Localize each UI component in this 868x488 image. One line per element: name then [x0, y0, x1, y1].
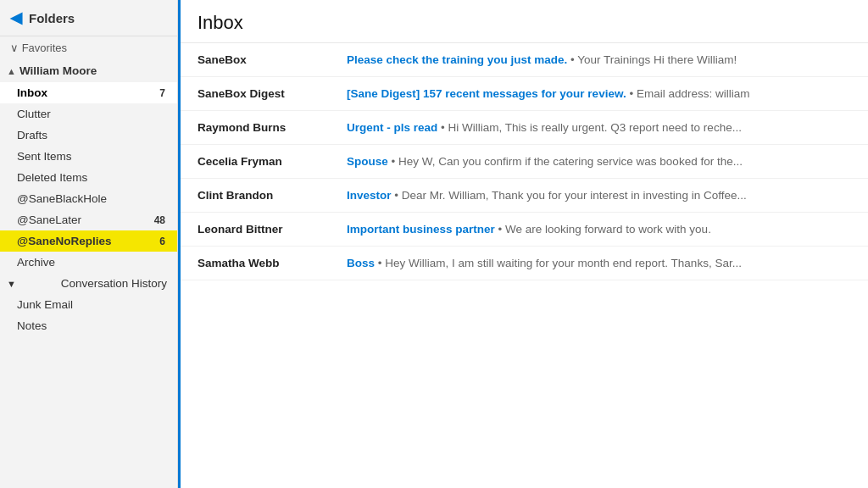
sidebar-item-sane-no-replies[interactable]: @SaneNoReplies6	[0, 230, 177, 252]
sidebar-item-label-archive: Archive	[17, 256, 55, 269]
email-row-1[interactable]: SaneBox Digest[Sane Digest] 157 recent m…	[181, 77, 868, 111]
email-preview-2: Urgent - pls read • Hi William, This is …	[347, 121, 851, 134]
email-body-2: • Hi William, This is really urgent. Q3 …	[437, 121, 742, 134]
email-preview-3: Spouse • Hey W, Can you confirm if the c…	[347, 155, 851, 168]
sidebar-item-inbox[interactable]: Inbox7	[0, 82, 177, 103]
email-tag-0: Please check the training you just made.	[347, 53, 567, 66]
sidebar-item-label-clutter: Clutter	[17, 108, 51, 120]
email-row-3[interactable]: Cecelia FrymanSpouse • Hey W, Can you co…	[181, 145, 868, 179]
sidebar-item-label-sane-black-hole: @SaneBlackHole	[17, 192, 107, 205]
account-expand-icon: ▲	[7, 66, 16, 76]
sidebar-item-label-deleted-items: Deleted Items	[17, 171, 87, 184]
email-sender-6: Samatha Webb	[198, 257, 333, 269]
favorites-label[interactable]: ∨ Favorites	[0, 36, 177, 59]
email-sender-1: SaneBox Digest	[198, 87, 333, 100]
sidebar: ◀ Folders ∨ Favorites ▲ William Moore In…	[0, 0, 178, 488]
email-sender-2: Raymond Burns	[198, 121, 333, 134]
sidebar-item-archive[interactable]: Archive	[0, 252, 177, 273]
email-tag-5: Important business partner	[347, 223, 495, 236]
email-sender-0: SaneBox	[198, 53, 333, 66]
sidebar-item-sane-black-hole[interactable]: @SaneBlackHole	[0, 188, 177, 209]
email-row-0[interactable]: SaneBoxPlease check the training you jus…	[181, 43, 868, 77]
sidebar-item-label-sane-no-replies: @SaneNoReplies	[17, 235, 111, 247]
email-body-6: • Hey William, I am still waiting for yo…	[375, 257, 742, 269]
email-body-4: • Dear Mr. William, Thank you for your i…	[392, 189, 747, 202]
email-row-5[interactable]: Leonard BittnerImportant business partne…	[181, 213, 868, 247]
sidebar-item-conversation-history[interactable]: ▼ Conversation History	[0, 273, 177, 294]
email-body-1: • Email address: william	[626, 87, 750, 100]
sidebar-badge-inbox: 7	[158, 87, 167, 99]
sidebar-items-container: Inbox7ClutterDraftsSent ItemsDeleted Ite…	[0, 82, 177, 336]
sidebar-item-notes[interactable]: Notes	[0, 315, 177, 336]
folders-header[interactable]: ◀ Folders	[0, 0, 177, 36]
sidebar-badge-sane-later: 48	[153, 214, 167, 226]
email-tag-1: [Sane Digest] 157 recent messages for yo…	[347, 87, 626, 100]
email-body-5: • We are looking forward to work with yo…	[495, 223, 711, 236]
sidebar-item-sane-later[interactable]: @SaneLater48	[0, 209, 177, 230]
email-sender-4: Clint Brandon	[198, 189, 333, 202]
email-preview-6: Boss • Hey William, I am still waiting f…	[347, 257, 851, 269]
back-icon[interactable]: ◀	[10, 8, 22, 27]
main-panel: Inbox SaneBoxPlease check the training y…	[181, 0, 868, 488]
email-tag-4: Investor	[347, 189, 392, 202]
favorites-arrow: ∨	[10, 42, 22, 54]
folders-title: Folders	[29, 11, 75, 25]
email-preview-1: [Sane Digest] 157 recent messages for yo…	[347, 87, 851, 100]
email-row-4[interactable]: Clint BrandonInvestor • Dear Mr. William…	[181, 179, 868, 213]
inbox-title: Inbox	[181, 0, 868, 43]
email-tag-2: Urgent - pls read	[347, 121, 437, 134]
email-list: SaneBoxPlease check the training you jus…	[181, 43, 868, 488]
email-tag-3: Spouse	[347, 155, 388, 168]
email-preview-4: Investor • Dear Mr. William, Thank you f…	[347, 189, 851, 202]
sidebar-item-label-inbox: Inbox	[17, 86, 47, 99]
email-sender-3: Cecelia Fryman	[198, 155, 333, 168]
email-tag-6: Boss	[347, 257, 375, 269]
sidebar-item-junk-email[interactable]: Junk Email	[0, 294, 177, 315]
sidebar-badge-sane-no-replies: 6	[158, 236, 167, 247]
sidebar-item-label-drafts: Drafts	[17, 129, 47, 141]
email-preview-0: Please check the training you just made.…	[347, 53, 851, 66]
email-body-0: • Your Trainings Hi there William!	[567, 53, 737, 66]
sidebar-item-deleted-items[interactable]: Deleted Items	[0, 167, 177, 188]
email-row-2[interactable]: Raymond BurnsUrgent - pls read • Hi Will…	[181, 111, 868, 145]
email-body-3: • Hey W, Can you confirm if the catering…	[388, 155, 743, 168]
account-name: William Moore	[19, 64, 97, 77]
sidebar-item-label-notes: Notes	[17, 319, 47, 332]
sidebar-item-clutter[interactable]: Clutter	[0, 103, 177, 125]
email-row-6[interactable]: Samatha WebbBoss • Hey William, I am sti…	[181, 247, 868, 280]
sidebar-item-sent-items[interactable]: Sent Items	[0, 146, 177, 167]
sidebar-item-drafts[interactable]: Drafts	[0, 125, 177, 146]
email-preview-5: Important business partner • We are look…	[347, 223, 851, 236]
sidebar-item-label-junk-email: Junk Email	[17, 298, 73, 311]
sidebar-item-label-conversation-history: Conversation History	[61, 277, 167, 290]
account-group[interactable]: ▲ William Moore	[0, 59, 177, 82]
sidebar-item-label-sent-items: Sent Items	[17, 150, 72, 163]
sidebar-item-label-sane-later: @SaneLater	[17, 214, 81, 226]
email-sender-5: Leonard Bittner	[198, 223, 333, 236]
